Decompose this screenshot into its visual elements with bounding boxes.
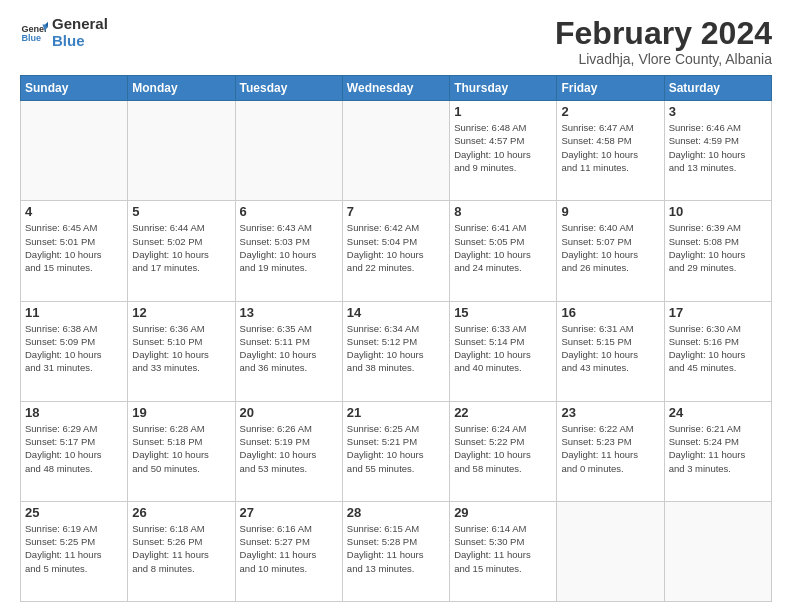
- day-info: Sunrise: 6:45 AM Sunset: 5:01 PM Dayligh…: [25, 221, 123, 274]
- calendar-cell: [235, 101, 342, 201]
- day-info: Sunrise: 6:25 AM Sunset: 5:21 PM Dayligh…: [347, 422, 445, 475]
- calendar-cell: [128, 101, 235, 201]
- calendar-cell: 12Sunrise: 6:36 AM Sunset: 5:10 PM Dayli…: [128, 301, 235, 401]
- calendar-cell: 4Sunrise: 6:45 AM Sunset: 5:01 PM Daylig…: [21, 201, 128, 301]
- calendar-cell: 1Sunrise: 6:48 AM Sunset: 4:57 PM Daylig…: [450, 101, 557, 201]
- day-number: 12: [132, 305, 230, 320]
- calendar-cell: 19Sunrise: 6:28 AM Sunset: 5:18 PM Dayli…: [128, 401, 235, 501]
- calendar-week-row: 4Sunrise: 6:45 AM Sunset: 5:01 PM Daylig…: [21, 201, 772, 301]
- calendar-header-row: SundayMondayTuesdayWednesdayThursdayFrid…: [21, 76, 772, 101]
- calendar-cell: 21Sunrise: 6:25 AM Sunset: 5:21 PM Dayli…: [342, 401, 449, 501]
- day-number: 24: [669, 405, 767, 420]
- calendar-cell: 3Sunrise: 6:46 AM Sunset: 4:59 PM Daylig…: [664, 101, 771, 201]
- day-info: Sunrise: 6:46 AM Sunset: 4:59 PM Dayligh…: [669, 121, 767, 174]
- weekday-header-saturday: Saturday: [664, 76, 771, 101]
- day-number: 27: [240, 505, 338, 520]
- calendar-cell: 7Sunrise: 6:42 AM Sunset: 5:04 PM Daylig…: [342, 201, 449, 301]
- day-info: Sunrise: 6:21 AM Sunset: 5:24 PM Dayligh…: [669, 422, 767, 475]
- day-number: 6: [240, 204, 338, 219]
- day-info: Sunrise: 6:16 AM Sunset: 5:27 PM Dayligh…: [240, 522, 338, 575]
- logo-icon: General Blue: [20, 19, 48, 47]
- calendar-cell: 13Sunrise: 6:35 AM Sunset: 5:11 PM Dayli…: [235, 301, 342, 401]
- header: General Blue General Blue February 2024 …: [20, 16, 772, 67]
- day-info: Sunrise: 6:33 AM Sunset: 5:14 PM Dayligh…: [454, 322, 552, 375]
- calendar-cell: 28Sunrise: 6:15 AM Sunset: 5:28 PM Dayli…: [342, 501, 449, 601]
- calendar-cell: 6Sunrise: 6:43 AM Sunset: 5:03 PM Daylig…: [235, 201, 342, 301]
- day-info: Sunrise: 6:42 AM Sunset: 5:04 PM Dayligh…: [347, 221, 445, 274]
- calendar-cell: 27Sunrise: 6:16 AM Sunset: 5:27 PM Dayli…: [235, 501, 342, 601]
- day-number: 16: [561, 305, 659, 320]
- day-info: Sunrise: 6:35 AM Sunset: 5:11 PM Dayligh…: [240, 322, 338, 375]
- calendar-cell: 20Sunrise: 6:26 AM Sunset: 5:19 PM Dayli…: [235, 401, 342, 501]
- day-number: 14: [347, 305, 445, 320]
- day-number: 19: [132, 405, 230, 420]
- day-info: Sunrise: 6:44 AM Sunset: 5:02 PM Dayligh…: [132, 221, 230, 274]
- day-info: Sunrise: 6:28 AM Sunset: 5:18 PM Dayligh…: [132, 422, 230, 475]
- calendar-cell: [21, 101, 128, 201]
- calendar-week-row: 25Sunrise: 6:19 AM Sunset: 5:25 PM Dayli…: [21, 501, 772, 601]
- calendar-cell: [342, 101, 449, 201]
- calendar-cell: 10Sunrise: 6:39 AM Sunset: 5:08 PM Dayli…: [664, 201, 771, 301]
- day-info: Sunrise: 6:30 AM Sunset: 5:16 PM Dayligh…: [669, 322, 767, 375]
- main-title: February 2024: [555, 16, 772, 51]
- calendar-cell: 2Sunrise: 6:47 AM Sunset: 4:58 PM Daylig…: [557, 101, 664, 201]
- calendar-week-row: 11Sunrise: 6:38 AM Sunset: 5:09 PM Dayli…: [21, 301, 772, 401]
- day-info: Sunrise: 6:40 AM Sunset: 5:07 PM Dayligh…: [561, 221, 659, 274]
- day-number: 9: [561, 204, 659, 219]
- calendar-week-row: 18Sunrise: 6:29 AM Sunset: 5:17 PM Dayli…: [21, 401, 772, 501]
- day-number: 28: [347, 505, 445, 520]
- day-number: 7: [347, 204, 445, 219]
- calendar-cell: 29Sunrise: 6:14 AM Sunset: 5:30 PM Dayli…: [450, 501, 557, 601]
- calendar-cell: [664, 501, 771, 601]
- day-info: Sunrise: 6:48 AM Sunset: 4:57 PM Dayligh…: [454, 121, 552, 174]
- calendar-table: SundayMondayTuesdayWednesdayThursdayFrid…: [20, 75, 772, 602]
- day-number: 11: [25, 305, 123, 320]
- day-number: 4: [25, 204, 123, 219]
- day-number: 8: [454, 204, 552, 219]
- day-info: Sunrise: 6:26 AM Sunset: 5:19 PM Dayligh…: [240, 422, 338, 475]
- day-number: 21: [347, 405, 445, 420]
- weekday-header-tuesday: Tuesday: [235, 76, 342, 101]
- day-number: 10: [669, 204, 767, 219]
- calendar-cell: 5Sunrise: 6:44 AM Sunset: 5:02 PM Daylig…: [128, 201, 235, 301]
- day-info: Sunrise: 6:19 AM Sunset: 5:25 PM Dayligh…: [25, 522, 123, 575]
- calendar-cell: 26Sunrise: 6:18 AM Sunset: 5:26 PM Dayli…: [128, 501, 235, 601]
- day-info: Sunrise: 6:34 AM Sunset: 5:12 PM Dayligh…: [347, 322, 445, 375]
- day-number: 25: [25, 505, 123, 520]
- logo: General Blue General Blue: [20, 16, 108, 49]
- calendar-cell: 15Sunrise: 6:33 AM Sunset: 5:14 PM Dayli…: [450, 301, 557, 401]
- calendar-cell: 9Sunrise: 6:40 AM Sunset: 5:07 PM Daylig…: [557, 201, 664, 301]
- svg-text:Blue: Blue: [21, 33, 41, 43]
- calendar-cell: 17Sunrise: 6:30 AM Sunset: 5:16 PM Dayli…: [664, 301, 771, 401]
- calendar-cell: 25Sunrise: 6:19 AM Sunset: 5:25 PM Dayli…: [21, 501, 128, 601]
- day-number: 1: [454, 104, 552, 119]
- day-info: Sunrise: 6:22 AM Sunset: 5:23 PM Dayligh…: [561, 422, 659, 475]
- logo-line2: Blue: [52, 33, 108, 50]
- day-info: Sunrise: 6:38 AM Sunset: 5:09 PM Dayligh…: [25, 322, 123, 375]
- weekday-header-sunday: Sunday: [21, 76, 128, 101]
- day-number: 15: [454, 305, 552, 320]
- weekday-header-thursday: Thursday: [450, 76, 557, 101]
- calendar-cell: 22Sunrise: 6:24 AM Sunset: 5:22 PM Dayli…: [450, 401, 557, 501]
- day-info: Sunrise: 6:41 AM Sunset: 5:05 PM Dayligh…: [454, 221, 552, 274]
- weekday-header-friday: Friday: [557, 76, 664, 101]
- day-info: Sunrise: 6:36 AM Sunset: 5:10 PM Dayligh…: [132, 322, 230, 375]
- calendar-cell: 18Sunrise: 6:29 AM Sunset: 5:17 PM Dayli…: [21, 401, 128, 501]
- day-info: Sunrise: 6:39 AM Sunset: 5:08 PM Dayligh…: [669, 221, 767, 274]
- day-info: Sunrise: 6:18 AM Sunset: 5:26 PM Dayligh…: [132, 522, 230, 575]
- calendar-cell: 23Sunrise: 6:22 AM Sunset: 5:23 PM Dayli…: [557, 401, 664, 501]
- subtitle: Livadhja, Vlore County, Albania: [555, 51, 772, 67]
- calendar-week-row: 1Sunrise: 6:48 AM Sunset: 4:57 PM Daylig…: [21, 101, 772, 201]
- day-number: 17: [669, 305, 767, 320]
- calendar-cell: 24Sunrise: 6:21 AM Sunset: 5:24 PM Dayli…: [664, 401, 771, 501]
- calendar-cell: 14Sunrise: 6:34 AM Sunset: 5:12 PM Dayli…: [342, 301, 449, 401]
- day-info: Sunrise: 6:29 AM Sunset: 5:17 PM Dayligh…: [25, 422, 123, 475]
- day-number: 2: [561, 104, 659, 119]
- weekday-header-monday: Monday: [128, 76, 235, 101]
- calendar-cell: 16Sunrise: 6:31 AM Sunset: 5:15 PM Dayli…: [557, 301, 664, 401]
- day-number: 18: [25, 405, 123, 420]
- day-number: 29: [454, 505, 552, 520]
- day-info: Sunrise: 6:24 AM Sunset: 5:22 PM Dayligh…: [454, 422, 552, 475]
- day-info: Sunrise: 6:43 AM Sunset: 5:03 PM Dayligh…: [240, 221, 338, 274]
- weekday-header-wednesday: Wednesday: [342, 76, 449, 101]
